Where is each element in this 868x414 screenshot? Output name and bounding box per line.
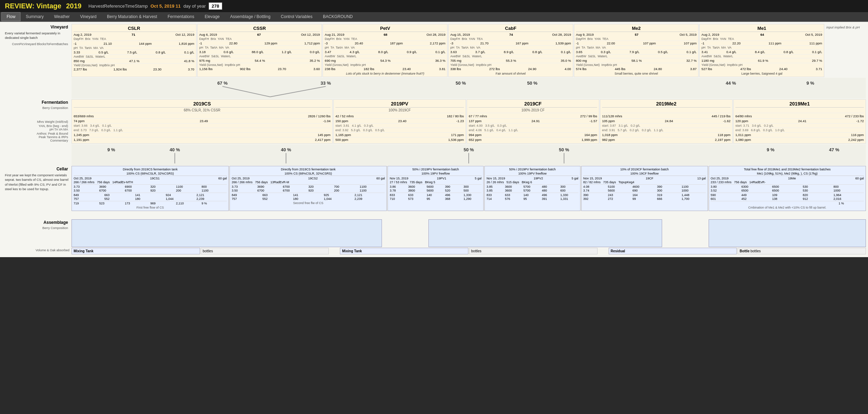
conn-pic-label: ConnPicVineyard BlocksToFermBatches xyxy=(3,42,70,46)
assemblage-tank2 xyxy=(428,219,662,247)
tab-elevage[interactable]: Elevage xyxy=(199,12,225,21)
me2-dates: Aug 9, 2019 57 Oct 5, 2019 xyxy=(576,33,697,36)
cabf-name: CabF xyxy=(450,26,571,32)
svg-text:9 %: 9 % xyxy=(107,147,115,152)
cs2-phenolics: 8496631419252,121 7575521801,0442,239 xyxy=(232,193,385,201)
svg-text:40 %: 40 % xyxy=(170,147,180,152)
ferm-card-pv: 2019PV 100% 2019CF 42 / 52 mhrs 182 / 80… xyxy=(333,99,466,144)
assemblage-bottle-bottles: Bottle bottles xyxy=(737,248,866,254)
cslr-row1: -1 21.10 144 ppm 1,816 ppm xyxy=(74,41,194,46)
me1-row2: 3.41 0.4 g/L 8.4 g/L 0.8 g/L 0.1 g/L xyxy=(701,50,822,54)
cabf-row3: 705 mg 55.3 % 35.0 % xyxy=(450,58,571,63)
ferm-cf-name: 2019CF xyxy=(469,101,597,108)
cs1-phenolics: 8496631419242,121 7575521801,0442,239 xyxy=(74,193,227,201)
cssr-name: CSSR xyxy=(199,26,320,32)
cf-date: Nov 15, 2019 19CF 13 gal xyxy=(583,177,706,180)
ferm-cs-anthos: 1,245 ppm 145 ppm xyxy=(74,133,331,137)
assemblage-gap2 xyxy=(662,219,708,247)
cs1-origin: Directly from 2019CS fermentation tank10… xyxy=(74,168,227,176)
pv1-date: Nov 15, 2019 19PV1 5 gal xyxy=(390,177,482,180)
spacer1 xyxy=(2,212,866,219)
ferm-me1-comp xyxy=(735,108,864,113)
flow-arrows-svg1: 67 % 33 % 50 % 50 % 44 % 9 % xyxy=(72,78,866,99)
me-commentary: Cmbination of Me1 & Me2 with <10% CS to … xyxy=(711,206,864,209)
me1-row3: 1180 mg 61.9 % 29.7 % xyxy=(701,58,822,63)
ferm-cf-yan: 137 ppm 24.91 -1.57 xyxy=(469,119,597,124)
cf-data: 4.08510046003901100 3.7456006903001000 xyxy=(583,184,706,192)
pv1-origin: 50% i 2019PV fermentation batch100% 19PV… xyxy=(390,168,482,176)
me-date: Oct 25, 2019 19Me 60 gal xyxy=(711,177,864,180)
fermentation-section: Fermentation Berry Composition Mhrs Weig… xyxy=(2,99,866,144)
ferm-card-cf: 2019CF 100% 2019 CF 67 / 77 mhrs 272 / 9… xyxy=(467,99,599,144)
assemblage-section-label: Assemblage xyxy=(3,220,70,225)
me1-dates: Aug 2, 2019 64 Oct 5, 2019 xyxy=(701,33,822,36)
assemblage-bottles1: bottles xyxy=(201,248,329,254)
tab-weather[interactable]: Weather xyxy=(49,12,75,21)
ferm-pv-anthos: 1,165 ppm 171 ppm xyxy=(335,133,464,137)
ferm-me2-comp xyxy=(602,108,731,113)
assemblage-volume-row: Volume & Oak absorbed Mixing Tank bottle… xyxy=(2,248,866,254)
ferm-card-me2: 2019Me2 111/128 mhrs 445 / 219 lbs 105 p… xyxy=(600,99,733,144)
tab-summary[interactable]: Summary xyxy=(20,12,49,21)
svg-text:50 %: 50 % xyxy=(527,81,537,86)
cs2-commentary: Second free flw of CS xyxy=(232,201,385,205)
cssr-row3: 975 mg 54.4 % 35.2 % xyxy=(199,58,320,63)
cssr-row1: -1 22.80 129 ppm 1,712 ppm xyxy=(199,41,320,46)
cssr-row2: 3.18 0.6 g/L 88.0 g/L 1.2 g/L 0.0 g/L xyxy=(199,50,320,54)
cf-phenolics: 3902431643191,448 392272996661,700 xyxy=(583,193,706,201)
petv-row1: -3 20.40 187 ppm 2,172 ppm xyxy=(325,41,445,46)
tab-assemblage[interactable]: Assemblage / Bottling xyxy=(225,12,276,21)
cslr-row-labels2: pH TA TartA MA VA xyxy=(74,46,194,50)
tab-fermentations[interactable]: Fermentations xyxy=(162,12,200,21)
cellar-left: Cellar First year we kept the component … xyxy=(2,166,72,211)
cs1-data-grid: 3.73369069003201100800 3.506700670092020… xyxy=(74,184,227,192)
vineyard-section-label: Vineyard xyxy=(3,25,70,29)
day-of-year-box[interactable]: 278 xyxy=(209,2,223,10)
header: REVIEW: Vintage 2019 HarvestReferenceTim… xyxy=(0,0,868,12)
tab-berry[interactable]: Berry Maturation & Harvest xyxy=(102,12,162,21)
tab-vineyard[interactable]: Vineyard xyxy=(75,12,102,21)
flow-vinery-ferm: 67 % 33 % 50 % 50 % 44 % 9 % xyxy=(72,78,866,99)
me1-comment: Large berries, Saigneed 4 gal xyxy=(701,72,822,75)
assemblage-section: Assemblage Berry Composition xyxy=(2,219,866,247)
ferm-card-me1: 2019Me1 64/80 mhrs 472 / 233 lbs 120 ppm… xyxy=(733,99,866,144)
main-content: Vineyard Every varietal fermented separa… xyxy=(0,22,868,257)
ferm-cs-comp: 68% CSLR, 31% CSSR xyxy=(74,108,331,113)
pv2-data: 3.8536005700480300 3.8536005700480600 xyxy=(486,184,578,192)
assemblage-mixing-tank1: Mixing Tank xyxy=(72,248,200,254)
card-me2: Me2 Aug 9, 2019 57 Oct 5, 2019 DayFH Bri… xyxy=(574,24,699,77)
svg-text:9 %: 9 % xyxy=(767,147,775,152)
me-origin: Total free flow of 2019Me1 and 2019Me2 f… xyxy=(711,168,864,176)
ferm-pv-comp: 100% 2019CF xyxy=(335,108,464,113)
cabf-dates: Aug 15, 2019 74 Oct 28, 2019 xyxy=(450,33,571,36)
ferm-berry-comp-label: Berry Composition xyxy=(3,106,70,110)
me2-row2: 3.65 0.3 g/L 7.9 g/L 0.5 g/L 0.1 g/L xyxy=(576,50,697,54)
me-phenolics: 5904491098201,964 6014521389122,016 xyxy=(711,193,864,201)
cabf-comment: Fair amount of shrivel xyxy=(450,72,571,75)
assemblage-residual-label: Residual xyxy=(609,248,737,254)
tab-flow[interactable]: Flow xyxy=(1,12,20,21)
cs1-mhrs: 266 / 266 mhrs 756 days 14RadEv-MTH xyxy=(74,180,227,184)
assemblage-tank1 xyxy=(72,219,382,247)
vineyard-left-note: Every varietal fermented separately in d… xyxy=(3,31,70,40)
petv-row2: 3.47 4.3 g/L 8.0 g/L 0.9 g/L 0.1 g/L xyxy=(325,50,445,54)
cssr-row4: 1,156 lbs 902 lbs 23.70 3.60 xyxy=(199,67,320,71)
tab-control[interactable]: Control Variables xyxy=(276,12,318,21)
ferm-me2-yan: 105 ppm 24.84 -1.62 xyxy=(602,119,731,124)
me-mhrs: 233 / 233 mhrs 756 days 14RadEvR- xyxy=(711,180,864,184)
ferm-cf-comp: 100% 2019 CF xyxy=(469,108,597,113)
assemblage-residual xyxy=(709,219,866,247)
cs1-commentary: First free flow of CS xyxy=(74,206,227,209)
me1-name: Me1 xyxy=(701,26,822,32)
cf-mhrs: 82 / 82 mhrs 735 days TopupKeg4 xyxy=(583,180,706,184)
ferm-me1-mhrs: 64/80 mhrs 472 / 233 lbs xyxy=(735,114,864,119)
ferm-me2-tannins: 982 ppm 2,197 ppm xyxy=(602,137,731,142)
petv-row4: 238 lbs 182 lbs 23.40 3.81 xyxy=(325,67,445,71)
cabf-row2: 3.63 3.7 g/L 8.9 g/L 0.8 g/L 0.1 g/L xyxy=(450,50,571,54)
pv2-mhrs: 26 / 26 mhrs 515 days BKeg 6 xyxy=(486,180,578,184)
cellar-section-label: Cellar xyxy=(3,167,70,171)
tab-background[interactable]: BACKGROUND xyxy=(318,12,358,21)
svg-text:9 %: 9 % xyxy=(807,81,815,86)
flow-ferm-cellar: 40 % 40 % 9 % 50 % 50 % 9 % 47 % xyxy=(72,144,866,165)
ferm-cs-yan: 74 ppm 23.49 -1.04 xyxy=(74,119,331,124)
